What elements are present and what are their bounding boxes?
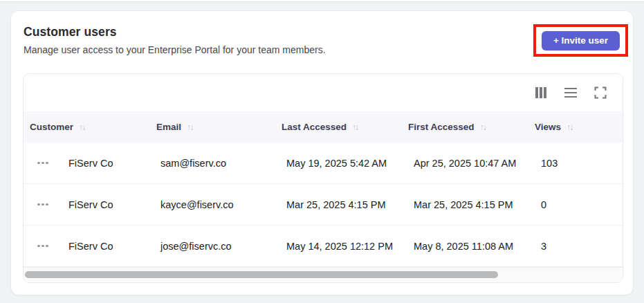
customer-users-card: Customer users Manage user access to you… (10, 10, 634, 295)
row-menu-button[interactable] (35, 201, 50, 208)
sort-icon (352, 122, 358, 132)
customer-cell: FiServ Co (62, 158, 154, 169)
sort-icon (79, 122, 85, 132)
users-table: Customer Email Last Accessed First Acces… (23, 73, 623, 283)
table-header-row: Customer Email Last Accessed First Acces… (24, 111, 623, 143)
email-cell: sam@fiserv.co (154, 158, 280, 169)
views-cell: 103 (535, 158, 623, 169)
first-accessed-cell: Mar 25, 2025 4:15 PM (407, 199, 535, 210)
table-row: FiServ Co jose@fiservc.co May 14, 2025 1… (24, 226, 623, 267)
table-toolbar (24, 74, 623, 111)
customer-cell: FiServ Co (62, 241, 154, 252)
column-label: Last Accessed (282, 122, 347, 132)
horizontal-scrollbar[interactable] (24, 267, 623, 282)
table-row: FiServ Co kayce@fiserv.co Mar 25, 2025 4… (24, 184, 623, 226)
sort-icon (187, 122, 193, 132)
density-button[interactable] (564, 86, 578, 100)
row-actions-cell (24, 159, 62, 167)
columns-button[interactable] (534, 86, 548, 100)
page-subtitle: Manage user access to your Enterprise Po… (24, 44, 326, 55)
first-accessed-cell: Apr 25, 2025 10:47 AM (407, 158, 535, 169)
invite-user-button[interactable]: + Invite user (542, 31, 620, 50)
column-header-first-accessed[interactable]: First Accessed (408, 122, 535, 132)
column-label: Email (156, 122, 181, 132)
column-header-views[interactable]: Views (535, 122, 623, 132)
customer-cell: FiServ Co (62, 199, 154, 210)
first-accessed-cell: May 8, 2025 11:08 AM (407, 241, 535, 252)
row-actions-cell (24, 242, 62, 250)
last-accessed-cell: Mar 25, 2025 4:15 PM (280, 199, 407, 210)
column-label: Customer (30, 122, 73, 132)
columns-icon (535, 87, 546, 98)
row-menu-button[interactable] (35, 242, 50, 250)
fullscreen-icon (594, 86, 607, 99)
sort-icon (567, 122, 573, 132)
column-label: First Accessed (408, 122, 475, 132)
row-actions-cell (24, 201, 62, 208)
sort-icon (480, 122, 486, 132)
last-accessed-cell: May 19, 2025 5:42 AM (280, 158, 407, 169)
last-accessed-cell: May 14, 2025 12:12 PM (280, 241, 407, 252)
scrollbar-thumb[interactable] (25, 271, 498, 278)
table-row: FiServ Co sam@fiserv.co May 19, 2025 5:4… (24, 143, 623, 184)
row-menu-button[interactable] (35, 159, 50, 167)
views-cell: 0 (535, 199, 623, 210)
page-title: Customer users (24, 25, 117, 39)
top-edge-divider (0, 0, 644, 2)
email-cell: jose@fiservc.co (154, 241, 280, 252)
views-cell: 3 (535, 241, 623, 252)
column-header-customer[interactable]: Customer (30, 122, 156, 132)
annotation-highlight: + Invite user (533, 24, 628, 57)
column-header-email[interactable]: Email (156, 122, 282, 132)
fullscreen-button[interactable] (594, 86, 607, 100)
email-cell: kayce@fiserv.co (154, 199, 280, 210)
column-label: Views (535, 122, 561, 132)
density-icon (564, 88, 577, 98)
column-header-last-accessed[interactable]: Last Accessed (282, 122, 408, 132)
